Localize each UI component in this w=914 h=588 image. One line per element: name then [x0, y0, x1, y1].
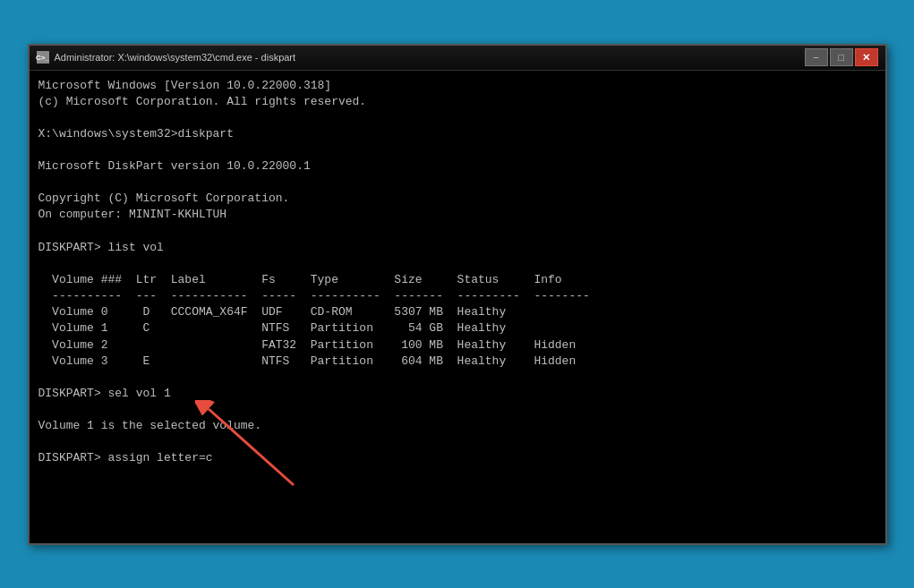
terminal-line: X:\windows\system32>diskpart — [38, 126, 876, 142]
terminal-line: Volume 0 D CCCOMA_X64F UDF CD-ROM 5307 M… — [38, 304, 876, 320]
terminal-line: On computer: MININT-KKHLTUH — [38, 207, 876, 223]
terminal-line: Copyright (C) Microsoft Corporation. — [38, 191, 876, 207]
terminal-line — [38, 110, 876, 126]
terminal-line: ---------- --- ----------- ----- -------… — [38, 288, 876, 304]
terminal-line: DISKPART> assign letter=c — [38, 450, 876, 466]
terminal-line — [38, 224, 876, 240]
terminal-line: (c) Microsoft Corporation. All rights re… — [38, 94, 876, 110]
close-button[interactable]: ✕ — [855, 48, 878, 66]
terminal-line: Microsoft Windows [Version 10.0.22000.31… — [38, 78, 876, 94]
maximize-button[interactable]: □ — [830, 48, 853, 66]
terminal-line: Volume 1 C NTFS Partition 54 GB Healthy — [38, 320, 876, 337]
terminal-line — [38, 402, 876, 418]
terminal-body[interactable]: Microsoft Windows [Version 10.0.22000.31… — [30, 71, 885, 543]
terminal-line: Volume 1 is the selected volume. — [38, 418, 876, 434]
terminal-line: Volume 3 E NTFS Partition 604 MB Healthy… — [38, 354, 876, 370]
terminal-line: DISKPART> list vol — [38, 240, 876, 256]
terminal-line: Microsoft DiskPart version 10.0.22000.1 — [38, 158, 876, 175]
terminal-line — [38, 256, 876, 272]
terminal-line: DISKPART> sel vol 1 — [38, 386, 876, 402]
titlebar-icon: C>_ — [37, 51, 49, 64]
terminal-line — [38, 370, 876, 386]
titlebar-buttons: − □ ✕ — [805, 48, 878, 66]
terminal-line — [38, 142, 876, 158]
terminal-line — [38, 434, 876, 450]
terminal-line: Volume ### Ltr Label Fs Type Size Status… — [38, 272, 876, 288]
terminal-output: Microsoft Windows [Version 10.0.22000.31… — [38, 78, 876, 467]
minimize-button[interactable]: − — [805, 48, 828, 66]
terminal-line: Volume 2 FAT32 Partition 100 MB Healthy … — [38, 337, 876, 354]
terminal-line — [38, 175, 876, 191]
titlebar-title: Administrator: X:\windows\system32\cmd.e… — [55, 52, 805, 63]
cmd-window: C>_ Administrator: X:\windows\system32\c… — [28, 44, 887, 545]
titlebar: C>_ Administrator: X:\windows\system32\c… — [30, 46, 885, 71]
